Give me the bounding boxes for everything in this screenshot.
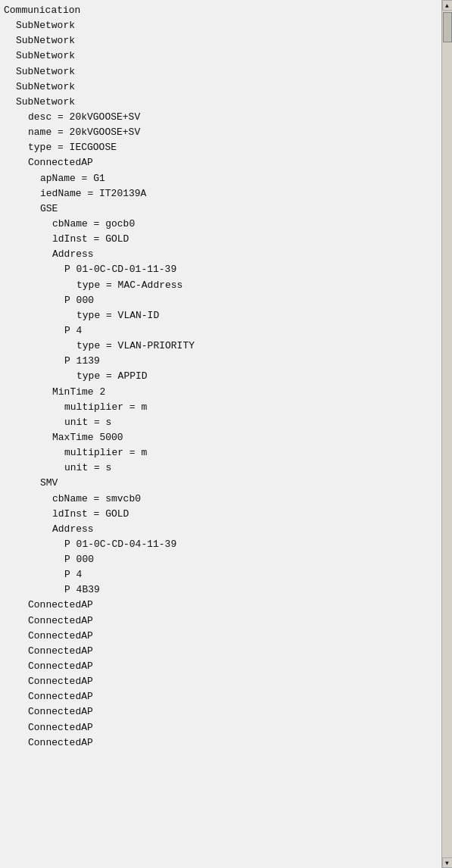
node-label: Address [52,522,94,537]
tree-item-smv-cbname[interactable]: a= cbName = smvcb0 [0,492,440,507]
tree-item-connectedap4[interactable]: ConnectedAP [0,629,440,644]
node-label: P 4 [64,567,82,582]
tree-item-mintime-unit[interactable]: a= unit = s [0,415,440,430]
node-label: P 01-0C-CD-01-11-39 [64,262,176,277]
tree-item-addr-p1-type[interactable]: a= type = MAC-Address [0,278,440,293]
node-label: ConnectedAP [28,659,93,674]
node-label: ConnectedAP [28,629,93,644]
node-label: P 4B39 [64,582,100,598]
node-label: cbName = smvcb0 [52,492,141,507]
node-label: ConnectedAP [28,674,93,689]
tree-item-addr-p1[interactable]: P 01-0C-CD-01-11-39 [0,262,440,277]
content-area: Communication SubNetwork SubNetwork SubN… [0,3,452,751]
tree-item-mintime-mult[interactable]: a= multiplier = m [0,400,440,415]
tree-item-smv-ldinst[interactable]: a= ldInst = GOLD [0,507,440,522]
node-label: P 000 [64,293,94,308]
tree-item-addr-p2[interactable]: P 000 [0,293,440,308]
tree-item-gse[interactable]: GSE [0,201,440,217]
node-label: Communication [4,3,80,18]
node-label: GSE [40,201,58,217]
node-label: name = 20kVGOOSE+SV [28,125,140,140]
tree-item-smv-address[interactable]: Address [0,522,440,537]
node-label: type = VLAN-PRIORITY [76,339,195,354]
tree-item-maxtime-unit[interactable]: a= unit = s [0,461,440,476]
tree-item-connectedap11[interactable]: ConnectedAP [0,735,440,751]
node-label: ldInst = GOLD [52,507,129,522]
tree-item-subnetwork3[interactable]: SubNetwork [0,48,440,64]
tree-item-smv-p4[interactable]: P 4B39 [0,582,440,598]
tree-item-addr-p4[interactable]: P 1139 [0,354,440,369]
tree-item-gse-ldinst[interactable]: a= ldInst = GOLD [0,232,440,247]
node-label: multiplier = m [64,445,147,461]
node-label: type = MAC-Address [76,278,182,293]
node-label: SubNetwork [16,18,75,33]
tree-item-connectedap8[interactable]: ConnectedAP [0,689,440,704]
node-label: unit = s [64,461,111,476]
node-label: unit = s [64,415,111,430]
scroll-thumb[interactable] [443,12,452,42]
tree-item-subnetwork4[interactable]: SubNetwork [0,64,440,80]
node-label: ConnectedAP [28,720,93,735]
tree-item-gse-mintime[interactable]: MinTime 2 [0,385,440,400]
tree-item-gse-address[interactable]: Address [0,247,440,262]
scroll-up-button[interactable]: ▲ [442,0,453,11]
tree-container: Communication SubNetwork SubNetwork SubN… [0,0,452,868]
tree-item-sn-type[interactable]: a= type = IECGOOSE [0,140,440,155]
tree-item-smv[interactable]: SMV [0,476,440,491]
node-label: type = APPID [76,369,148,384]
tree-item-maxtime-mult[interactable]: a= multiplier = m [0,445,440,461]
node-label: cbName = gocb0 [52,217,135,232]
tree-item-subnetwork5[interactable]: SubNetwork [0,80,440,95]
tree-item-cap1-iedname[interactable]: a= iedName = IT20139A [0,186,440,201]
tree-item-addr-p3[interactable]: P 4 [0,323,440,339]
tree-item-gse-maxtime[interactable]: MaxTime 5000 [0,430,440,445]
tree-item-addr-p3-type[interactable]: a= type = VLAN-PRIORITY [0,339,440,354]
tree-item-connectedap2[interactable]: ConnectedAP [0,598,440,613]
tree-item-smv-p2[interactable]: P 000 [0,552,440,567]
tree-item-connectedap9[interactable]: ConnectedAP [0,704,440,720]
node-label: SubNetwork [16,80,75,95]
tree-item-communication[interactable]: Communication [0,3,440,18]
node-label: Address [52,247,94,262]
node-label: multiplier = m [64,400,147,415]
tree-item-smv-p1[interactable]: P 01-0C-CD-04-11-39 [0,537,440,552]
node-label: MinTime 2 [52,385,105,400]
tree-item-cap1-apname[interactable]: a= apName = G1 [0,171,440,186]
node-label: SubNetwork [16,95,75,110]
node-label: ConnectedAP [28,155,93,170]
tree-item-subnetwork2[interactable]: SubNetwork [0,33,440,48]
node-label: ConnectedAP [28,644,93,659]
tree-item-connectedap3[interactable]: ConnectedAP [0,614,440,629]
tree-item-subnetwork6[interactable]: SubNetwork [0,95,440,110]
node-label: ConnectedAP [28,598,93,613]
tree-item-connectedap1[interactable]: ConnectedAP [0,155,440,170]
node-label: SMV [40,476,58,491]
tree-item-connectedap7[interactable]: ConnectedAP [0,674,440,689]
tree-item-sn-name[interactable]: a= name = 20kVGOOSE+SV [0,125,440,140]
tree-item-connectedap5[interactable]: ConnectedAP [0,644,440,659]
tree-item-smv-p3[interactable]: P 4 [0,567,440,582]
tree-item-gse-cbname[interactable]: a= cbName = gocb0 [0,217,440,232]
tree-item-subnetwork1[interactable]: SubNetwork [0,18,440,33]
tree-item-sn-desc[interactable]: a= desc = 20kVGOOSE+SV [0,110,440,125]
tree-item-connectedap6[interactable]: ConnectedAP [0,659,440,674]
node-label: ConnectedAP [28,735,93,751]
node-label: ConnectedAP [28,614,93,629]
tree-item-addr-p4-type[interactable]: a= type = APPID [0,369,440,384]
tree-item-addr-p2-type[interactable]: a= type = VLAN-ID [0,308,440,323]
node-label: P 4 [64,323,82,339]
node-label: type = IECGOOSE [28,140,117,155]
scroll-down-button[interactable]: ▼ [442,857,453,868]
node-label: P 000 [64,552,94,567]
node-label: ConnectedAP [28,689,93,704]
tree-item-connectedap10[interactable]: ConnectedAP [0,720,440,735]
node-label: ConnectedAP [28,704,93,720]
node-label: P 01-0C-CD-04-11-39 [64,537,176,552]
node-label: MaxTime 5000 [52,430,123,445]
node-label: iedName = IT20139A [40,186,146,201]
node-label: SubNetwork [16,48,75,64]
node-label: type = VLAN-ID [76,308,159,323]
node-label: desc = 20kVGOOSE+SV [28,110,140,125]
node-label: SubNetwork [16,33,75,48]
node-label: ldInst = GOLD [52,232,129,247]
